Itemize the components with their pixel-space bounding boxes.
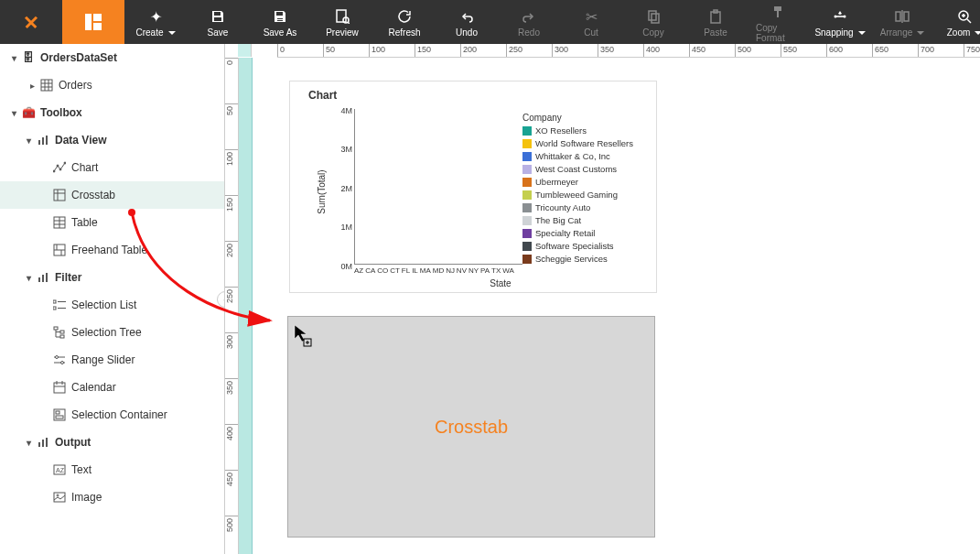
svg-rect-36 <box>46 136 48 145</box>
chart-component[interactable]: Chart Sum(Total) 0M1M2M3M4M <box>289 81 657 293</box>
sidebar: ▾🗄OrdersDataSet ▸Orders ▾🧰Toolbox ▾Data … <box>0 44 225 554</box>
rangeslider-icon <box>51 352 68 368</box>
dataview-icon <box>35 132 51 148</box>
tree-node-crosstab[interactable]: Crosstab <box>0 181 224 209</box>
svg-rect-60 <box>60 331 64 333</box>
freehand-icon <box>51 242 68 258</box>
svg-point-40 <box>64 162 66 164</box>
svg-rect-73 <box>38 442 40 447</box>
save-as-button[interactable]: Save As <box>249 0 311 44</box>
arrange-button[interactable]: Arrange <box>871 0 933 44</box>
toolbox-icon: 🧰 <box>20 104 37 121</box>
crosstab-icon <box>51 187 68 203</box>
row-header[interactable] <box>239 58 253 554</box>
svg-rect-9 <box>277 20 283 21</box>
chart-title: Chart <box>290 81 656 102</box>
svg-rect-55 <box>53 300 56 303</box>
calendar-icon <box>51 379 68 396</box>
svg-rect-18 <box>777 11 779 17</box>
svg-rect-5 <box>214 12 221 16</box>
svg-rect-74 <box>42 440 44 447</box>
svg-rect-13 <box>649 11 656 20</box>
svg-rect-61 <box>60 335 64 338</box>
create-button[interactable]: ✦Create <box>124 0 187 44</box>
svg-rect-23 <box>904 12 909 21</box>
tree-node-text[interactable]: AZText <box>0 456 224 483</box>
app-logo[interactable] <box>0 0 62 44</box>
svg-rect-41 <box>54 190 65 201</box>
svg-line-26 <box>967 19 971 23</box>
svg-text:AZ: AZ <box>56 467 65 473</box>
tree-node-selectiontree[interactable]: Selection Tree <box>0 319 224 346</box>
filter-icon <box>35 269 51 286</box>
crosstab-placeholder-label: Crosstab <box>435 417 508 438</box>
svg-rect-72 <box>56 416 63 418</box>
tree-node-chart[interactable]: Chart <box>0 154 224 181</box>
selectiontree-icon <box>51 324 68 341</box>
tree-node-orders[interactable]: ▸Orders <box>0 71 224 99</box>
text-icon: AZ <box>51 462 68 478</box>
layout-panel-button[interactable] <box>62 0 124 44</box>
worksurface[interactable]: Chart Sum(Total) 0M1M2M3M4M <box>253 58 980 554</box>
svg-rect-3 <box>93 14 102 21</box>
svg-rect-59 <box>54 327 58 330</box>
tree-node-rangeslider[interactable]: Range Slider <box>0 346 224 374</box>
svg-rect-54 <box>46 273 48 282</box>
tree-panel: ▾🗄OrdersDataSet ▸Orders ▾🧰Toolbox ▾Data … <box>0 44 224 554</box>
copy-button[interactable]: Copy <box>622 0 684 44</box>
tree-node-dataset[interactable]: ▾🗄OrdersDataSet <box>0 44 224 71</box>
svg-rect-75 <box>46 438 48 447</box>
selcontainer-icon <box>51 407 68 423</box>
svg-rect-4 <box>93 23 102 30</box>
selectionlist-icon <box>51 297 68 313</box>
tree-node-freehand[interactable]: Freehand Table <box>0 236 224 264</box>
tree-node-toolbox[interactable]: ▾🧰Toolbox <box>0 99 224 126</box>
svg-rect-56 <box>53 307 56 310</box>
tree-node-filter[interactable]: ▾Filter <box>0 264 224 291</box>
x-axis: AZCACOCTFLILMAMDNJNVNYPATXWA State <box>354 266 647 290</box>
chart-icon <box>51 159 68 176</box>
svg-rect-34 <box>38 140 40 145</box>
table-icon <box>38 77 55 93</box>
svg-rect-15 <box>711 12 720 23</box>
paste-button[interactable]: Paste <box>684 0 747 44</box>
tree-node-calendar[interactable]: Calendar <box>0 374 224 401</box>
svg-rect-53 <box>42 275 44 282</box>
tree-node-table[interactable]: Table <box>0 209 224 236</box>
svg-point-65 <box>61 362 64 364</box>
svg-rect-8 <box>277 18 283 19</box>
dataset-icon: 🗄 <box>20 49 37 66</box>
svg-line-12 <box>348 22 350 24</box>
canvas: 0501001502002503003504004505005506006507… <box>225 44 980 554</box>
tree-node-output[interactable]: ▾Output <box>0 429 224 456</box>
undo-button[interactable]: Undo <box>436 0 498 44</box>
crosstab-drop-placeholder[interactable]: Crosstab <box>287 316 655 538</box>
save-button[interactable]: Save <box>187 0 249 44</box>
redo-button[interactable]: Redo <box>498 0 560 44</box>
horizontal-ruler: 0501001502002503003504004505005506006507… <box>277 44 980 58</box>
refresh-button[interactable]: Refresh <box>373 0 436 44</box>
vertical-ruler: 050100150200250300350400450500550600 <box>225 58 239 554</box>
preview-button[interactable]: Preview <box>311 0 373 44</box>
tree-node-dataview[interactable]: ▾Data View <box>0 126 224 154</box>
zoom-button[interactable]: Zoom <box>933 0 980 44</box>
tree-node-image[interactable]: Image <box>0 483 224 511</box>
svg-point-37 <box>53 170 55 172</box>
svg-point-38 <box>57 165 59 167</box>
cut-button[interactable]: ✂Cut <box>560 0 622 44</box>
tree-node-selectionlist[interactable]: Selection List <box>0 291 224 319</box>
ruler-corner <box>238 44 252 57</box>
svg-rect-35 <box>42 137 44 145</box>
svg-rect-21 <box>835 16 845 17</box>
svg-rect-10 <box>337 10 346 22</box>
tree-node-selcontainer[interactable]: Selection Container <box>0 401 224 429</box>
svg-rect-52 <box>38 277 40 282</box>
svg-point-63 <box>56 356 59 359</box>
copy-format-button[interactable]: Copy Format <box>747 0 809 44</box>
chart-legend: Company XO ResellersWorld Software Resel… <box>522 113 649 266</box>
top-toolbar: ✦Create Save Save As Preview Refresh Und… <box>0 0 980 44</box>
svg-rect-2 <box>85 14 92 30</box>
svg-rect-71 <box>56 411 59 414</box>
svg-rect-6 <box>214 17 221 21</box>
snapping-button[interactable]: Snapping <box>809 0 871 44</box>
